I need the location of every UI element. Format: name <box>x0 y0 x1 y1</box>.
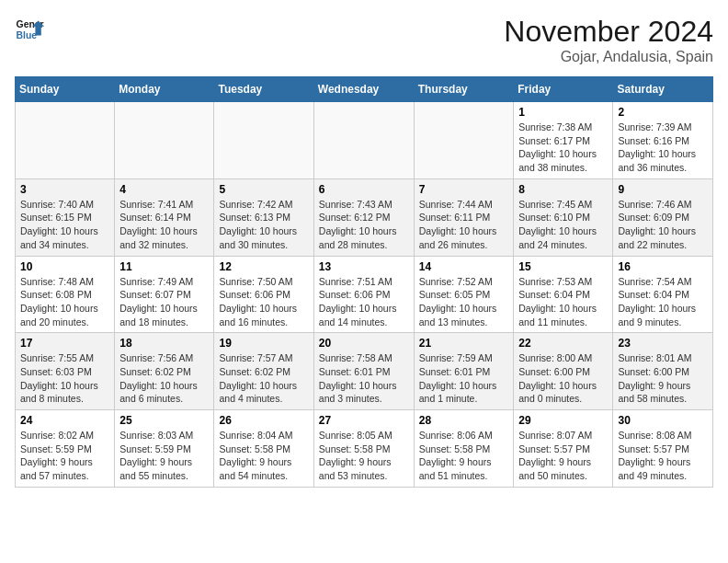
calendar-cell: 7Sunrise: 7:44 AM Sunset: 6:11 PM Daylig… <box>414 178 514 256</box>
day-number: 12 <box>219 260 308 273</box>
day-info: Sunrise: 7:49 AM Sunset: 6:07 PM Dayligh… <box>119 275 209 329</box>
calendar-cell: 4Sunrise: 7:41 AM Sunset: 6:14 PM Daylig… <box>115 178 214 256</box>
day-number: 17 <box>20 337 109 350</box>
day-number: 4 <box>119 183 209 196</box>
day-number: 6 <box>319 183 409 196</box>
weekday-header-wednesday: Wednesday <box>313 77 414 102</box>
calendar-cell: 9Sunrise: 7:46 AM Sunset: 6:09 PM Daylig… <box>613 178 713 256</box>
svg-text:Blue: Blue <box>17 30 38 40</box>
day-info: Sunrise: 7:48 AM Sunset: 6:08 PM Dayligh… <box>20 275 109 329</box>
day-info: Sunrise: 7:39 AM Sunset: 6:16 PM Dayligh… <box>618 121 708 175</box>
month-title: November 2024 <box>504 15 713 49</box>
day-info: Sunrise: 7:43 AM Sunset: 6:12 PM Dayligh… <box>319 198 409 252</box>
day-number: 29 <box>518 414 608 427</box>
weekday-header-friday: Friday <box>514 77 613 102</box>
calendar-cell: 19Sunrise: 7:57 AM Sunset: 6:02 PM Dayli… <box>214 333 313 410</box>
weekday-header-monday: Monday <box>115 77 214 102</box>
calendar-cell: 15Sunrise: 7:53 AM Sunset: 6:04 PM Dayli… <box>514 256 613 333</box>
day-number: 23 <box>618 337 708 350</box>
day-number: 28 <box>419 414 509 427</box>
title-block: November 2024 Gojar, Andalusia, Spain <box>504 15 713 65</box>
day-number: 20 <box>319 337 409 350</box>
calendar-cell <box>313 102 414 179</box>
calendar-cell: 22Sunrise: 8:00 AM Sunset: 6:00 PM Dayli… <box>514 333 613 410</box>
calendar-cell: 20Sunrise: 7:58 AM Sunset: 6:01 PM Dayli… <box>313 333 414 410</box>
day-info: Sunrise: 7:44 AM Sunset: 6:11 PM Dayligh… <box>419 198 509 252</box>
calendar-cell: 1Sunrise: 7:38 AM Sunset: 6:17 PM Daylig… <box>514 102 613 179</box>
calendar-cell: 6Sunrise: 7:43 AM Sunset: 6:12 PM Daylig… <box>313 178 414 256</box>
day-number: 1 <box>518 106 608 119</box>
calendar-cell: 30Sunrise: 8:08 AM Sunset: 5:57 PM Dayli… <box>613 410 713 488</box>
day-info: Sunrise: 7:41 AM Sunset: 6:14 PM Dayligh… <box>119 198 209 252</box>
day-info: Sunrise: 7:38 AM Sunset: 6:17 PM Dayligh… <box>518 121 608 175</box>
calendar-cell: 10Sunrise: 7:48 AM Sunset: 6:08 PM Dayli… <box>16 256 115 333</box>
day-number: 24 <box>20 414 109 427</box>
calendar-cell: 11Sunrise: 7:49 AM Sunset: 6:07 PM Dayli… <box>115 256 214 333</box>
page-header: General Blue November 2024 Gojar, Andalu… <box>15 15 713 65</box>
day-info: Sunrise: 7:54 AM Sunset: 6:04 PM Dayligh… <box>618 275 708 329</box>
calendar-cell: 12Sunrise: 7:50 AM Sunset: 6:06 PM Dayli… <box>214 256 313 333</box>
calendar-cell <box>16 102 115 179</box>
day-info: Sunrise: 7:58 AM Sunset: 6:01 PM Dayligh… <box>319 351 409 406</box>
day-info: Sunrise: 8:02 AM Sunset: 5:59 PM Dayligh… <box>20 429 109 483</box>
location: Gojar, Andalusia, Spain <box>504 49 713 65</box>
calendar-cell: 26Sunrise: 8:04 AM Sunset: 5:58 PM Dayli… <box>214 410 313 488</box>
calendar-cell <box>115 102 214 179</box>
day-info: Sunrise: 7:42 AM Sunset: 6:13 PM Dayligh… <box>219 198 308 252</box>
day-info: Sunrise: 8:05 AM Sunset: 5:58 PM Dayligh… <box>319 429 409 483</box>
day-info: Sunrise: 7:55 AM Sunset: 6:03 PM Dayligh… <box>20 351 109 406</box>
day-number: 22 <box>518 337 608 350</box>
day-number: 16 <box>618 260 708 273</box>
day-number: 8 <box>518 183 608 196</box>
day-number: 9 <box>618 183 708 196</box>
day-number: 15 <box>518 260 608 273</box>
calendar-cell <box>214 102 313 179</box>
calendar-cell: 28Sunrise: 8:06 AM Sunset: 5:58 PM Dayli… <box>414 410 514 488</box>
calendar-cell: 25Sunrise: 8:03 AM Sunset: 5:59 PM Dayli… <box>115 410 214 488</box>
weekday-header-saturday: Saturday <box>613 77 713 102</box>
calendar-cell: 17Sunrise: 7:55 AM Sunset: 6:03 PM Dayli… <box>16 333 115 410</box>
day-number: 25 <box>119 414 209 427</box>
day-number: 26 <box>219 414 308 427</box>
day-number: 2 <box>618 106 708 119</box>
day-info: Sunrise: 7:40 AM Sunset: 6:15 PM Dayligh… <box>20 198 109 252</box>
day-info: Sunrise: 8:06 AM Sunset: 5:58 PM Dayligh… <box>419 429 509 483</box>
day-info: Sunrise: 7:50 AM Sunset: 6:06 PM Dayligh… <box>219 275 308 329</box>
day-number: 7 <box>419 183 509 196</box>
day-number: 14 <box>419 260 509 273</box>
day-info: Sunrise: 7:46 AM Sunset: 6:09 PM Dayligh… <box>618 198 708 252</box>
calendar-cell: 8Sunrise: 7:45 AM Sunset: 6:10 PM Daylig… <box>514 178 613 256</box>
calendar-cell: 21Sunrise: 7:59 AM Sunset: 6:01 PM Dayli… <box>414 333 514 410</box>
day-info: Sunrise: 8:08 AM Sunset: 5:57 PM Dayligh… <box>618 429 708 483</box>
calendar-cell <box>414 102 514 179</box>
day-info: Sunrise: 7:53 AM Sunset: 6:04 PM Dayligh… <box>518 275 608 329</box>
weekday-header-tuesday: Tuesday <box>214 77 313 102</box>
day-number: 13 <box>319 260 409 273</box>
calendar-cell: 16Sunrise: 7:54 AM Sunset: 6:04 PM Dayli… <box>613 256 713 333</box>
calendar-cell: 3Sunrise: 7:40 AM Sunset: 6:15 PM Daylig… <box>16 178 115 256</box>
day-number: 19 <box>219 337 308 350</box>
logo-icon: General Blue <box>15 15 44 44</box>
weekday-header-sunday: Sunday <box>16 77 115 102</box>
calendar-cell: 18Sunrise: 7:56 AM Sunset: 6:02 PM Dayli… <box>115 333 214 410</box>
calendar-cell: 23Sunrise: 8:01 AM Sunset: 6:00 PM Dayli… <box>613 333 713 410</box>
calendar-cell: 14Sunrise: 7:52 AM Sunset: 6:05 PM Dayli… <box>414 256 514 333</box>
day-number: 5 <box>219 183 308 196</box>
day-info: Sunrise: 8:07 AM Sunset: 5:57 PM Dayligh… <box>518 429 608 483</box>
day-info: Sunrise: 7:51 AM Sunset: 6:06 PM Dayligh… <box>319 275 409 329</box>
day-number: 18 <box>119 337 209 350</box>
day-number: 11 <box>119 260 209 273</box>
logo: General Blue <box>15 15 44 44</box>
calendar-cell: 24Sunrise: 8:02 AM Sunset: 5:59 PM Dayli… <box>16 410 115 488</box>
calendar-cell: 13Sunrise: 7:51 AM Sunset: 6:06 PM Dayli… <box>313 256 414 333</box>
weekday-header-thursday: Thursday <box>414 77 514 102</box>
day-info: Sunrise: 7:56 AM Sunset: 6:02 PM Dayligh… <box>119 351 209 406</box>
day-info: Sunrise: 8:03 AM Sunset: 5:59 PM Dayligh… <box>119 429 209 483</box>
calendar-cell: 29Sunrise: 8:07 AM Sunset: 5:57 PM Dayli… <box>514 410 613 488</box>
day-info: Sunrise: 8:04 AM Sunset: 5:58 PM Dayligh… <box>219 429 308 483</box>
day-number: 30 <box>618 414 708 427</box>
day-number: 21 <box>419 337 509 350</box>
day-number: 10 <box>20 260 109 273</box>
day-info: Sunrise: 7:57 AM Sunset: 6:02 PM Dayligh… <box>219 351 308 406</box>
calendar-cell: 27Sunrise: 8:05 AM Sunset: 5:58 PM Dayli… <box>313 410 414 488</box>
